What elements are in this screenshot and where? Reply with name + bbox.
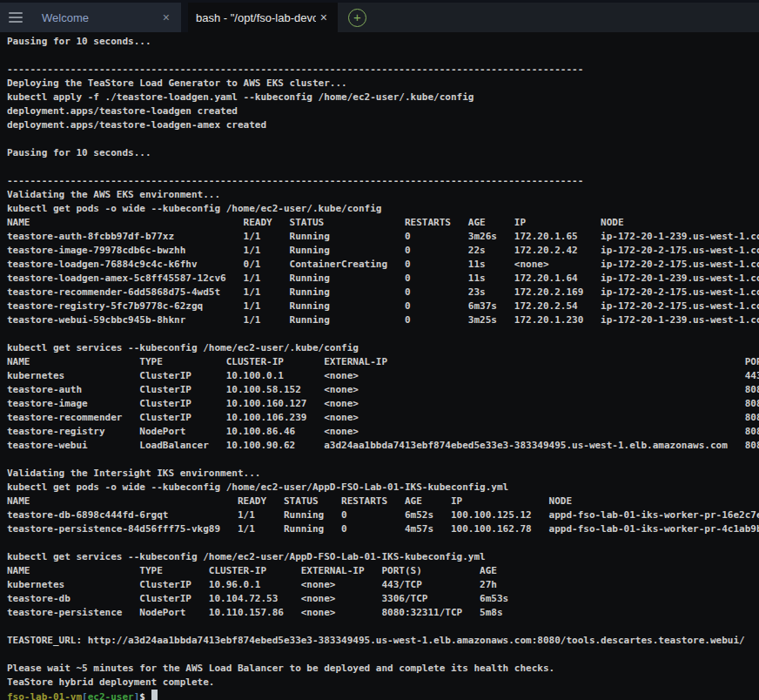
terminal-line: kubectl get pods -o wide --kubeconfig /h… [7, 202, 759, 216]
terminal-line: NAME TYPE CLUSTER-IP EXTERNAL-IP PORT(S)… [7, 564, 759, 578]
close-icon[interactable]: × [318, 10, 330, 25]
terminal-line: Validating the AWS EKS environment... [7, 188, 759, 202]
terminal-line: Deploying the TeaStore Load Generator to… [7, 77, 759, 91]
close-icon[interactable]: × [160, 10, 172, 25]
menu-icon[interactable] [9, 10, 23, 24]
terminal-line: teastore-loadgen-amex-5c8ff45587-12cv6 1… [7, 272, 759, 286]
terminal-line: kubernetes ClusterIP 10.96.0.1 <none> 44… [7, 578, 759, 592]
terminal-line [7, 49, 759, 63]
terminal-line: deployment.apps/teastore-loadgen-amex cr… [7, 118, 759, 132]
tab-welcome[interactable]: Welcome × [0, 3, 181, 32]
prompt-line: fso-lab-01-vm[ec2-user]$ [7, 690, 759, 700]
terminal-line: teastore-auth ClusterIP 10.100.58.152 <n… [7, 383, 759, 397]
tab-bar: Welcome × bash - "/opt/fso-lab-devop × + [0, 0, 759, 32]
terminal-line: teastore-webui LoadBalancer 10.100.90.62… [7, 439, 759, 453]
plus-icon: + [353, 10, 361, 24]
terminal-line [7, 132, 759, 146]
terminal-line [7, 620, 759, 634]
terminal-line: kubernetes ClusterIP 10.100.0.1 <none> 4… [7, 369, 759, 383]
terminal-line: kubectl get services --kubeconfig /home/… [7, 341, 759, 355]
terminal-line: ----------------------------------------… [7, 63, 759, 77]
tab-bash[interactable]: bash - "/opt/fso-lab-devop × [188, 3, 338, 32]
terminal-line: kubectl get pods -o wide --kubeconfig /h… [7, 481, 759, 495]
prompt-user: ec2-user [88, 691, 134, 700]
terminal-line [7, 327, 759, 341]
terminal-line: teastore-auth-8fcbb97df-b77xz 1/1 Runnin… [7, 230, 759, 244]
terminal-line: TeaStore hybrid deployment complete. [7, 676, 759, 690]
terminal-line: teastore-recommender-6dd5868d75-4wd5t 1/… [7, 286, 759, 300]
tab-bar-rest: + [338, 3, 759, 32]
terminal-window: Welcome × bash - "/opt/fso-lab-devop × +… [0, 0, 759, 700]
terminal-line [7, 536, 759, 550]
terminal-line: teastore-persistence NodePort 10.110.157… [7, 606, 759, 620]
terminal-line: NAME READY STATUS RESTARTS AGE IP NODE [7, 216, 759, 230]
terminal[interactable]: Pausing for 10 seconds...---------------… [0, 32, 759, 700]
terminal-line: NAME TYPE CLUSTER-IP EXTERNAL-IP POR [7, 355, 759, 369]
tab-welcome-label: Welcome [42, 11, 89, 24]
terminal-line: Please wait ~5 minutes for the AWS Load … [7, 662, 759, 676]
tab-bash-label: bash - "/opt/fso-lab-devop [196, 11, 316, 24]
terminal-line: kubectl apply -f ./teastore-loadgen.yaml… [7, 91, 759, 104]
terminal-line: Validating the Intersight IKS environmen… [7, 467, 759, 481]
terminal-line: deployment.apps/teastore-loadgen created [7, 104, 759, 118]
terminal-line: TEASTORE_URL: http://a3d24aa1bbda7413ebf… [7, 634, 759, 648]
prompt-host: fso-lab-01-vm [7, 691, 82, 700]
terminal-line: kubectl get services --kubeconfig /home/… [7, 550, 759, 564]
prompt-dollar: $ [139, 691, 145, 700]
terminal-line: Pausing for 10 seconds... [7, 146, 759, 160]
terminal-line: teastore-image ClusterIP 10.100.160.127 … [7, 397, 759, 411]
terminal-line: teastore-registry NodePort 10.100.86.46 … [7, 425, 759, 439]
terminal-line [7, 453, 759, 467]
prompt-bracket-open: [ [82, 691, 88, 700]
terminal-line [7, 160, 759, 174]
terminal-output: Pausing for 10 seconds...---------------… [7, 35, 759, 690]
terminal-line: Pausing for 10 seconds... [7, 35, 759, 49]
terminal-line: teastore-registry-5fc7b9778c-62zgq 1/1 R… [7, 300, 759, 313]
terminal-cursor [151, 690, 158, 700]
terminal-line: teastore-image-79978cdb6c-bwzhh 1/1 Runn… [7, 244, 759, 258]
terminal-line: teastore-db-6898c444fd-6rgqt 1/1 Running… [7, 508, 759, 522]
terminal-line: teastore-webui-59cbbc945b-8hknr 1/1 Runn… [7, 313, 759, 327]
terminal-line: teastore-loadgen-76884c9c4c-k6fhv 0/1 Co… [7, 258, 759, 272]
terminal-line: teastore-persistence-84d56fff75-vkg89 1/… [7, 522, 759, 536]
terminal-line: ----------------------------------------… [7, 174, 759, 188]
terminal-line: teastore-db ClusterIP 10.104.72.53 <none… [7, 592, 759, 606]
terminal-line: NAME READY STATUS RESTARTS AGE IP NODE [7, 495, 759, 508]
terminal-line [7, 648, 759, 662]
terminal-line: teastore-recommender ClusterIP 10.100.10… [7, 411, 759, 425]
new-tab-button[interactable]: + [348, 9, 366, 27]
